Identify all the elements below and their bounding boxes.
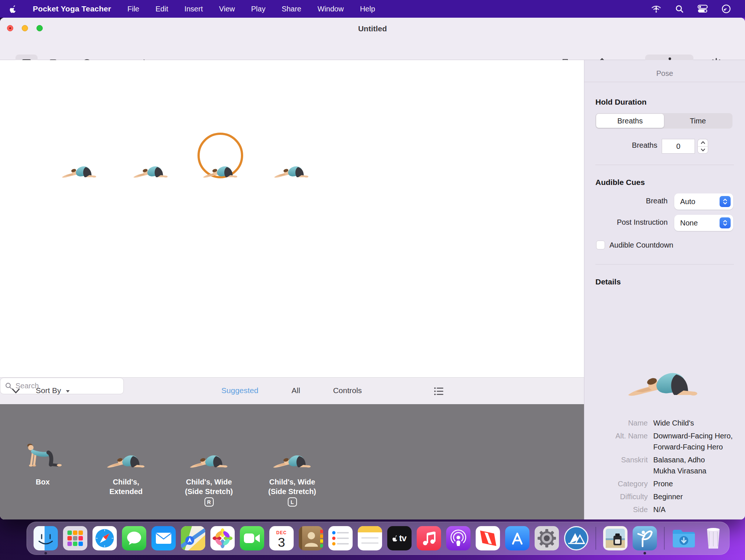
- dock-news-icon[interactable]: [476, 526, 500, 550]
- detail-value-side: N/A: [653, 504, 735, 515]
- tab-all[interactable]: All: [291, 386, 300, 395]
- post-instruction-label: Post Instruction: [584, 218, 668, 227]
- dock-launchpad-icon[interactable]: [63, 526, 87, 550]
- dock-mail-icon[interactable]: [151, 526, 176, 550]
- breaths-label: Breaths: [584, 141, 657, 150]
- sequence-pose-3-selected[interactable]: [201, 161, 240, 181]
- tab-controls[interactable]: Controls: [333, 386, 362, 395]
- dock: DEC 3 tv: [27, 522, 730, 555]
- post-instruction-row: Post Instruction None: [584, 215, 745, 231]
- detail-value-sanskrit: Balasana, Adho Mukha Virasana: [653, 454, 735, 476]
- childs-extended-thumbnail: [105, 450, 147, 471]
- detail-value-category: Prone: [653, 478, 735, 489]
- calendar-month: DEC: [276, 530, 287, 535]
- calendar-day: 3: [278, 535, 285, 549]
- dock-mountain-app-icon[interactable]: [564, 526, 588, 550]
- stepper-down-icon[interactable]: [698, 147, 708, 154]
- tab-suggested[interactable]: Suggested: [221, 386, 258, 395]
- dock-music-icon[interactable]: [417, 526, 441, 550]
- childs-wide-left-thumbnail: [271, 450, 314, 471]
- details-pose-illustration: [625, 363, 702, 402]
- audible-cues-heading: Audible Cues: [595, 178, 645, 187]
- dock-safari-icon[interactable]: [92, 526, 117, 550]
- pose-library: Box Child's, Extended Child's, Wide (Sid…: [0, 404, 584, 519]
- detail-label: Alt. Name: [598, 430, 648, 452]
- dock-pocket-yoga-icon[interactable]: [633, 526, 657, 550]
- menu-help[interactable]: Help: [360, 5, 375, 13]
- menu-share[interactable]: Share: [281, 5, 301, 13]
- detail-label: Side: [598, 504, 648, 515]
- library-panel-bar: Sort By Suggested All Controls: [0, 377, 584, 404]
- post-instruction-value: None: [680, 219, 720, 227]
- details-heading: Details: [595, 277, 621, 286]
- sequence-pose-2[interactable]: [132, 161, 170, 181]
- collapse-panel-button[interactable]: [10, 386, 21, 398]
- dock-contacts-icon[interactable]: [299, 526, 323, 550]
- audible-countdown-row: Audible Countdown: [584, 241, 745, 251]
- dock-appstore-icon[interactable]: [505, 526, 529, 550]
- dock-maps-icon[interactable]: [181, 526, 205, 550]
- menu-edit[interactable]: Edit: [155, 5, 168, 13]
- dock-system-settings-icon[interactable]: [535, 526, 559, 550]
- breaths-value-field[interactable]: [662, 139, 695, 154]
- sequence-canvas[interactable]: [0, 60, 584, 377]
- sequence-pose-4[interactable]: [272, 161, 311, 181]
- childs-wide-right-thumbnail: [188, 450, 230, 471]
- apple-logo-icon: [392, 535, 398, 542]
- breaths-stepper[interactable]: [698, 139, 708, 153]
- dropdown-chevrons-icon: [720, 217, 731, 228]
- stepper-up-icon[interactable]: [698, 139, 708, 147]
- dock-downloads-folder-icon[interactable]: [672, 526, 696, 550]
- app-window: Untitled: [0, 18, 745, 519]
- dock-finder-icon[interactable]: [34, 526, 58, 550]
- detail-label: Difficulty: [598, 491, 648, 502]
- wifi-warning-icon[interactable]: [651, 4, 662, 14]
- segment-time[interactable]: Time: [664, 114, 732, 128]
- audible-countdown-label: Audible Countdown: [609, 241, 673, 249]
- menu-file[interactable]: File: [127, 5, 139, 13]
- detail-label: Name: [598, 417, 648, 428]
- post-instruction-dropdown[interactable]: None: [674, 215, 733, 231]
- detail-value-name: Wide Child's: [653, 417, 735, 428]
- menu-play[interactable]: Play: [251, 5, 265, 13]
- titlebar: Untitled: [0, 18, 745, 60]
- breath-cue-row: Breath Auto: [584, 193, 745, 210]
- list-view-button[interactable]: [433, 386, 444, 398]
- dock-notes-icon[interactable]: [358, 526, 382, 550]
- detail-label: Category: [598, 478, 648, 489]
- divider: [584, 82, 745, 82]
- sequence-pose-1[interactable]: [60, 161, 99, 181]
- detail-label: Sanskrit: [598, 454, 648, 476]
- breath-cue-dropdown[interactable]: Auto: [674, 193, 733, 210]
- dock-trash-icon[interactable]: [701, 526, 725, 550]
- spotlight-search-icon[interactable]: [675, 4, 684, 14]
- clock-icon[interactable]: [721, 4, 731, 14]
- breaths-row: Breaths: [584, 139, 745, 154]
- dock-reminders-icon[interactable]: [328, 526, 353, 550]
- dock-calendar-icon[interactable]: DEC 3: [269, 526, 294, 550]
- menu-insert[interactable]: Insert: [184, 5, 203, 13]
- segment-breaths[interactable]: Breaths: [596, 114, 664, 128]
- dock-separator: [595, 527, 596, 550]
- dock-ink-app-icon[interactable]: [603, 526, 627, 550]
- menubar-app-name[interactable]: Pocket Yoga Teacher: [33, 4, 111, 13]
- dock-podcasts-icon[interactable]: [446, 526, 471, 550]
- audible-countdown-checkbox[interactable]: [596, 241, 605, 249]
- sort-by-dropdown[interactable]: Sort By: [36, 386, 70, 395]
- menubar: Pocket Yoga Teacher File Edit Insert Vie…: [0, 0, 745, 18]
- detail-value-alt-name: Downward-Facing Hero, Forward-Facing Her…: [653, 430, 735, 452]
- list-icon: [433, 386, 444, 396]
- control-center-icon[interactable]: [697, 4, 708, 13]
- pose-inspector-sidebar: Pose Hold Duration Breaths Time Breaths …: [584, 60, 745, 519]
- menu-view[interactable]: View: [219, 5, 235, 13]
- detail-value-difficulty: Beginner: [653, 491, 735, 502]
- dock-messages-icon[interactable]: [122, 526, 146, 550]
- running-indicator: [45, 552, 47, 554]
- dock-photos-icon[interactable]: [210, 526, 235, 550]
- menu-window[interactable]: Window: [318, 5, 344, 13]
- side-badge-left: L: [288, 497, 297, 507]
- library-item-label: Box: [16, 477, 70, 487]
- dock-facetime-icon[interactable]: [240, 526, 264, 550]
- apple-menu-icon[interactable]: [10, 5, 17, 13]
- dock-tv-icon[interactable]: tv: [387, 526, 412, 550]
